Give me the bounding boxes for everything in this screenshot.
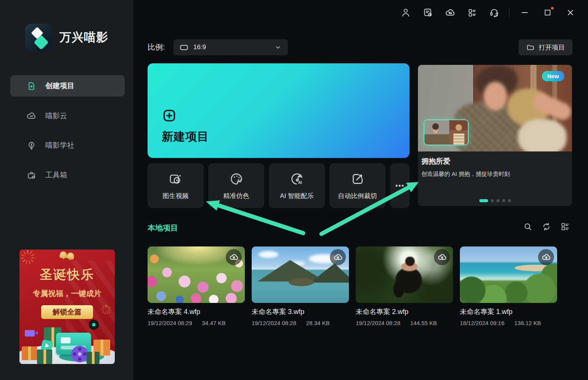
sidebar-item-academy[interactable]: 喵影学社 bbox=[10, 135, 125, 156]
chevron-down-icon bbox=[274, 43, 282, 51]
carousel-dot[interactable] bbox=[491, 199, 494, 202]
project-size: 138.12 KB bbox=[514, 320, 541, 326]
project-date: 18/12/2024 09:16 bbox=[460, 320, 504, 326]
plus-square-icon bbox=[162, 108, 177, 123]
file-plus-icon bbox=[26, 81, 36, 91]
user-account-icon[interactable] bbox=[395, 6, 417, 19]
unlock-button[interactable]: 解锁全篇 bbox=[41, 305, 93, 319]
more-dots-icon: ⋯ bbox=[395, 180, 405, 191]
render-queue-icon[interactable] bbox=[417, 6, 439, 19]
feature-ai-music[interactable]: AI AI 智能配乐 bbox=[269, 163, 325, 208]
ai-music-icon: AI bbox=[289, 171, 305, 187]
feature-label: 自动比例裁切 bbox=[338, 192, 377, 200]
ratio-16-9-icon bbox=[180, 43, 188, 52]
project-card[interactable]: 未命名專案 4.wfp 19/12/2024 08:2934.47 KB bbox=[148, 246, 245, 326]
image-to-video-icon bbox=[168, 171, 183, 187]
cloud-upload-icon[interactable] bbox=[226, 249, 242, 265]
project-thumbnail-coast bbox=[460, 246, 557, 303]
toolbox-icon bbox=[26, 170, 36, 180]
local-projects-title: 本地项目 bbox=[148, 223, 178, 233]
ratio-label: 比例: bbox=[148, 42, 165, 52]
svg-text:AI: AI bbox=[237, 179, 241, 183]
sidebar-item-label: 喵影云 bbox=[45, 111, 67, 121]
banner-title: 圣诞快乐 bbox=[19, 266, 115, 283]
app-window: 万兴喵影 创建项目 喵影云 喵影学社 工具箱 bbox=[0, 0, 588, 380]
project-name: 未命名專案 3.wfp bbox=[252, 307, 349, 316]
project-card[interactable]: 未命名專案 3.wfp 19/12/2024 08:2828.34 KB bbox=[252, 246, 349, 326]
list-view-icon[interactable] bbox=[561, 222, 570, 231]
banner-subtitle: 专属祝福，一键成片 bbox=[19, 288, 115, 299]
ratio-value: 16:9 bbox=[193, 43, 206, 51]
sidebar-item-cloud[interactable]: 喵影云 bbox=[10, 105, 125, 127]
close-button[interactable] bbox=[559, 6, 582, 19]
project-size: 28.34 KB bbox=[306, 320, 330, 326]
sidebar-item-label: 创建项目 bbox=[45, 81, 74, 91]
cloud-upload-icon[interactable] bbox=[538, 249, 554, 265]
open-project-button[interactable]: 打开项目 bbox=[519, 39, 572, 55]
feature-label: 图生视频 bbox=[163, 192, 189, 200]
open-project-label: 打开项目 bbox=[539, 43, 565, 52]
sidebar: 万兴喵影 创建项目 喵影云 喵影学社 工具箱 bbox=[0, 0, 134, 380]
carousel-dot[interactable] bbox=[479, 199, 488, 202]
project-thumbnail-forest bbox=[356, 246, 453, 303]
project-thumbnail-lake bbox=[252, 246, 349, 303]
project-card[interactable]: 未命名專案 1.wfp 18/12/2024 09:16138.12 KB bbox=[460, 246, 557, 326]
feature-color-match[interactable]: AI 精准仿色 bbox=[208, 163, 264, 208]
search-icon[interactable] bbox=[523, 222, 532, 231]
feature-auto-crop[interactable]: 自动比例裁切 bbox=[329, 163, 386, 208]
source-photos-thumbnail bbox=[424, 119, 469, 145]
project-size: 34.47 KB bbox=[202, 320, 226, 326]
titlebar bbox=[395, 6, 582, 19]
minimize-button[interactable] bbox=[513, 6, 536, 19]
folder-icon bbox=[526, 43, 535, 52]
maximize-button[interactable] bbox=[536, 6, 559, 19]
project-name: 未命名專案 4.wfp bbox=[148, 307, 245, 316]
carousel-dots bbox=[418, 199, 572, 202]
new-project-card[interactable]: 新建项目 bbox=[148, 63, 410, 158]
project-date: 19/12/2024 08:28 bbox=[356, 320, 400, 326]
app-logo-icon bbox=[25, 24, 53, 51]
notification-dot bbox=[551, 7, 554, 10]
project-date: 19/12/2024 08:29 bbox=[148, 320, 192, 326]
feature-image-to-video[interactable]: 图生视频 bbox=[148, 163, 204, 208]
titlebar-divider bbox=[509, 8, 509, 17]
svg-text:AI: AI bbox=[298, 180, 302, 184]
new-project-title: 新建项目 bbox=[162, 129, 209, 145]
cloud-upload-icon[interactable] bbox=[434, 249, 450, 265]
carousel-dot[interactable] bbox=[496, 199, 500, 202]
cloud-transfer-icon[interactable] bbox=[439, 6, 461, 19]
promo-card-title: 拥抱所爱 bbox=[421, 156, 450, 166]
support-headset-icon[interactable] bbox=[483, 6, 505, 19]
app-title: 万兴喵影 bbox=[59, 29, 108, 45]
sidebar-item-label: 工具箱 bbox=[45, 170, 67, 180]
ratio-select[interactable]: 16:9 bbox=[174, 39, 288, 55]
feature-label: 精准仿色 bbox=[223, 192, 249, 200]
project-date: 19/12/2024 08:28 bbox=[252, 320, 296, 326]
ai-hug-promo-card[interactable]: New 拥抱所爱 创造温馨的 AI 拥抱，捕捉珍贵时刻 bbox=[418, 65, 572, 206]
sidebar-item-toolbox[interactable]: 工具箱 bbox=[10, 164, 125, 186]
bulb-flash-icon bbox=[26, 140, 36, 150]
new-badge: New bbox=[542, 71, 564, 81]
cloud-upload-icon[interactable] bbox=[330, 249, 346, 265]
project-size: 144.55 KB bbox=[410, 320, 437, 326]
firework-icon bbox=[21, 250, 35, 264]
carousel-dot[interactable] bbox=[502, 199, 505, 202]
feature-label: AI 智能配乐 bbox=[280, 192, 314, 200]
refresh-icon[interactable] bbox=[542, 222, 551, 231]
feature-more-button[interactable]: ⋯ bbox=[390, 163, 410, 208]
cloud-icon bbox=[26, 111, 36, 121]
carousel-dot[interactable] bbox=[508, 199, 511, 202]
project-card[interactable]: 未命名專案 2.wfp 19/12/2024 08:28144.55 KB bbox=[356, 246, 453, 326]
app-grid-icon[interactable] bbox=[461, 6, 483, 19]
firework-icon bbox=[101, 304, 111, 314]
banner-illustration bbox=[19, 321, 115, 364]
promo-banner-christmas[interactable]: 圣诞快乐 专属祝福，一键成片 解锁全篇 bbox=[19, 250, 115, 364]
sidebar-item-create-project[interactable]: 创建项目 bbox=[10, 75, 125, 97]
auto-ratio-crop-icon bbox=[350, 171, 365, 187]
project-thumbnail-flowers bbox=[148, 246, 245, 303]
local-projects-actions bbox=[523, 222, 570, 231]
promo-card-subtitle: 创造温馨的 AI 拥抱，捕捉珍贵时刻 bbox=[421, 171, 510, 178]
sidebar-item-label: 喵影学社 bbox=[45, 140, 74, 150]
app-logo: 万兴喵影 bbox=[25, 24, 108, 51]
color-match-ai-icon: AI bbox=[229, 171, 244, 187]
